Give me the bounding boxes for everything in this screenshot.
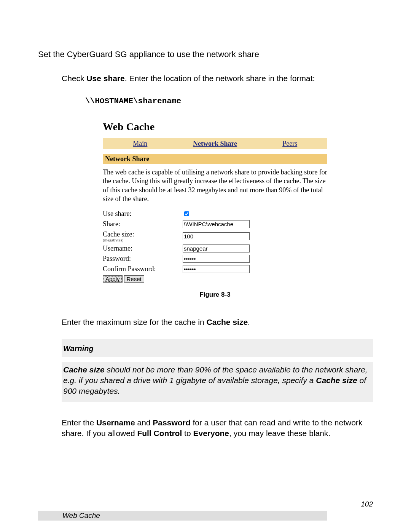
web-cache-screenshot: Web Cache Main Network Share Peers Netwo…: [103, 121, 327, 283]
warning-body: Cache size should not be more than 90% o…: [62, 362, 373, 402]
share-field[interactable]: [183, 220, 250, 228]
reset-button[interactable]: Reset: [124, 275, 144, 283]
label-cache-size: Cache size: (megabytes): [103, 230, 183, 242]
text: . Enter the location of the network shar…: [125, 74, 315, 83]
section-heading: Set the CyberGuard SG appliance to use t…: [38, 50, 373, 59]
use-share-checkbox[interactable]: [184, 211, 189, 216]
apply-button[interactable]: Apply: [103, 275, 123, 283]
text: , you may leave these blank.: [229, 429, 330, 438]
warning-title: Warning: [63, 344, 94, 353]
tab-network-share[interactable]: Network Share: [178, 138, 253, 149]
text: Enter the maximum size for the cache in: [62, 318, 207, 326]
text: Check: [62, 74, 86, 83]
text: .: [248, 318, 250, 326]
text: and: [135, 418, 153, 427]
tab-peers[interactable]: Peers: [252, 138, 327, 149]
after-figure-paragraph: Enter the maximum size for the cache in …: [62, 318, 373, 327]
text: Enter the: [62, 418, 96, 427]
password-field[interactable]: [183, 255, 250, 263]
bold-text: Cache size: [207, 318, 248, 326]
cache-size-field[interactable]: [183, 232, 250, 240]
text: Cache size:: [103, 230, 134, 238]
label-use-share: Use share:: [103, 210, 183, 218]
bold-text: Everyone: [193, 429, 229, 438]
footer-label: Web Cache: [38, 511, 327, 521]
screenshot-title: Web Cache: [103, 121, 327, 133]
label-cache-size-sub: (megabytes): [103, 238, 183, 242]
section-description: The web cache is capable of utilising a …: [103, 168, 327, 204]
label-share: Share:: [103, 220, 183, 228]
page-number: 102: [361, 500, 373, 508]
label-username: Username:: [103, 244, 183, 252]
section-bar: Network Share: [103, 154, 327, 164]
bold-text: Full Control: [137, 429, 182, 438]
bold-text: Password: [153, 418, 190, 427]
bold-text: Cache size: [316, 376, 357, 385]
bold-text: Cache size: [63, 365, 105, 374]
credentials-paragraph: Enter the Username and Password for a us…: [62, 417, 373, 439]
warning-heading-block: Warning: [62, 339, 373, 357]
tab-main[interactable]: Main: [103, 138, 178, 149]
username-field[interactable]: [183, 244, 250, 252]
label-password: Password:: [103, 255, 183, 263]
sharename-format: \\HOSTNAME\sharename: [85, 97, 373, 105]
figure-caption: Figure 8-3: [103, 291, 327, 299]
label-confirm-password: Confirm Password:: [103, 265, 183, 273]
text: to: [182, 429, 193, 438]
bold-text: Username: [96, 418, 135, 427]
tab-bar: Main Network Share Peers: [103, 138, 327, 149]
bold-text: Use share: [86, 74, 124, 83]
intro-paragraph: Check Use share. Enter the location of t…: [62, 74, 373, 83]
confirm-password-field[interactable]: [183, 265, 250, 273]
